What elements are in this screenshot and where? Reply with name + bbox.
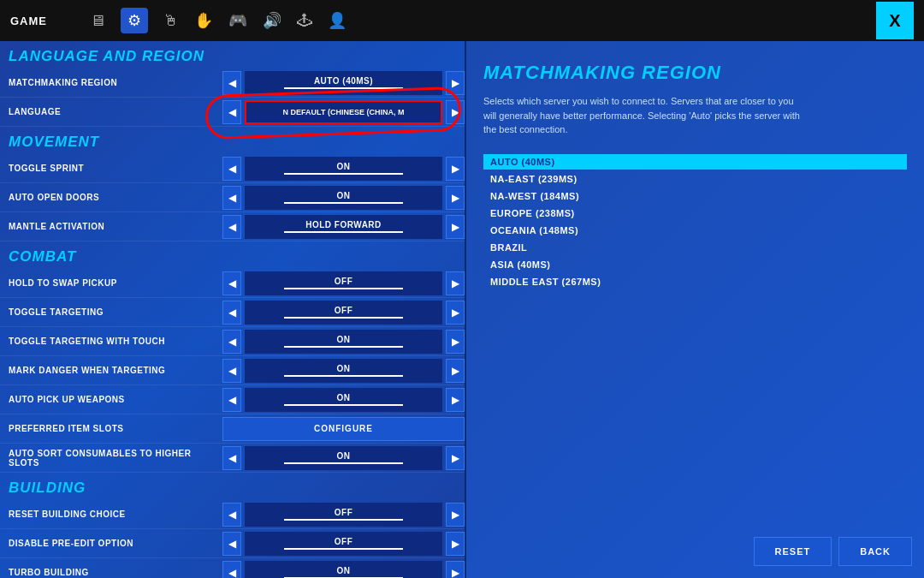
- back-button[interactable]: BACK: [838, 537, 912, 566]
- region-auto[interactable]: AUTO (40MS): [483, 154, 907, 170]
- value-bar-pickup: [284, 404, 403, 406]
- value-targeting: OFF: [245, 301, 442, 325]
- arrow-right-swap[interactable]: ▶: [446, 271, 465, 295]
- row-reset-building: RESET BUILDING CHOICE ◀ OFF ▶: [0, 500, 465, 529]
- arrow-left-sprint[interactable]: ◀: [222, 157, 241, 181]
- value-preedit: OFF: [245, 532, 442, 556]
- arrow-right-sprint[interactable]: ▶: [446, 157, 465, 181]
- region-brazil[interactable]: BRAZIL: [483, 240, 907, 255]
- arrow-right-mantle[interactable]: ▶: [446, 215, 465, 239]
- arrow-left-doors[interactable]: ◀: [222, 186, 241, 210]
- value-mantle: HOLD FORWARD: [245, 215, 442, 239]
- region-na-east[interactable]: NA-EAST (239MS): [483, 171, 907, 187]
- value-text-sort: ON: [337, 451, 351, 461]
- arrow-left-language[interactable]: ◀: [222, 100, 241, 124]
- control-preferred-slots: CONFIGURE: [222, 417, 465, 441]
- arrow-right-reset-building[interactable]: ▶: [446, 503, 465, 527]
- arrow-right-sort[interactable]: ▶: [446, 446, 465, 470]
- control-disable-preedit: ◀ OFF ▶: [222, 532, 465, 556]
- arrow-left-targeting[interactable]: ◀: [222, 301, 241, 325]
- value-text-sprint: ON: [337, 162, 351, 171]
- gear-icon[interactable]: ⚙: [121, 8, 148, 33]
- monitor-icon[interactable]: 🖥: [90, 12, 105, 30]
- label-preferred-slots: PREFERRED ITEM SLOTS: [0, 424, 222, 433]
- row-auto-sort: AUTO SORT CONSUMABLES TO HIGHER SLOTS ◀ …: [0, 444, 465, 473]
- value-bar-mantle: [284, 231, 403, 233]
- value-bar-sort: [284, 462, 403, 464]
- control-toggle-targeting-touch: ◀ ON ▶: [222, 330, 465, 354]
- label-language: LANGUAGE: [0, 107, 222, 116]
- region-oceania[interactable]: OCEANIA (148MS): [483, 223, 907, 238]
- value-bar-reset-building: [284, 519, 403, 521]
- value-bar-matchmaking: [284, 87, 403, 89]
- arrow-left-matchmaking[interactable]: ◀: [222, 71, 241, 95]
- configure-button[interactable]: CONFIGURE: [222, 417, 465, 441]
- arrow-right-targeting[interactable]: ▶: [446, 301, 465, 325]
- value-text-targeting-touch: ON: [337, 335, 351, 344]
- row-mantle-activation: MANTLE ACTIVATION ◀ HOLD FORWARD ▶: [0, 212, 465, 241]
- arrow-right-matchmaking[interactable]: ▶: [446, 71, 465, 95]
- control-toggle-sprint: ◀ ON ▶: [222, 157, 465, 181]
- arrow-left-reset-building[interactable]: ◀: [222, 503, 241, 527]
- value-pickup: ON: [245, 388, 442, 412]
- control-auto-pickup: ◀ ON ▶: [222, 388, 465, 412]
- section-movement: MOVEMENT: [0, 127, 465, 154]
- control-language: ◀ N DEFAULT (CHINESE (CHINA, M ▶: [222, 100, 465, 124]
- control-auto-open-doors: ◀ ON ▶: [222, 186, 465, 210]
- gamepad-icon[interactable]: 🎮: [228, 11, 247, 30]
- arrow-left-pickup[interactable]: ◀: [222, 388, 241, 412]
- value-bar-targeting-touch: [284, 346, 403, 348]
- row-mark-danger: MARK DANGER WHEN TARGETING ◀ ON ▶: [0, 356, 465, 385]
- region-na-west[interactable]: NA-WEST (184MS): [483, 188, 907, 204]
- value-text-pickup: ON: [337, 393, 351, 402]
- section-building: BUILDING: [0, 473, 465, 500]
- row-toggle-targeting-touch: TOGGLE TARGETING WITH TOUCH ◀ ON ▶: [0, 327, 465, 356]
- label-reset-building: RESET BUILDING CHOICE: [0, 509, 222, 519]
- control-toggle-targeting: ◀ OFF ▶: [222, 301, 465, 325]
- region-middle-east[interactable]: MIDDLE EAST (267MS): [483, 274, 907, 289]
- value-sort: ON: [245, 446, 442, 470]
- arrow-left-targeting-touch[interactable]: ◀: [222, 330, 241, 354]
- speaker-icon[interactable]: 🔊: [263, 11, 281, 30]
- arrow-left-mark-danger[interactable]: ◀: [222, 359, 241, 383]
- hand-icon[interactable]: ✋: [194, 11, 213, 30]
- close-button[interactable]: X: [876, 2, 914, 39]
- display-icon[interactable]: 🖱: [163, 12, 179, 30]
- arrow-right-language[interactable]: ▶: [446, 100, 465, 124]
- header-nav: 🖥 ⚙ 🖱 ✋ 🎮 🔊 🕹 👤: [90, 8, 859, 33]
- value-bar-doors: [284, 202, 403, 204]
- value-text-turbo: ON: [337, 566, 351, 575]
- control-mantle-activation: ◀ HOLD FORWARD ▶: [222, 215, 465, 239]
- label-auto-open-doors: AUTO OPEN DOORS: [0, 193, 222, 202]
- arrow-right-doors[interactable]: ▶: [446, 186, 465, 210]
- row-auto-open-doors: AUTO OPEN DOORS ◀ ON ▶: [0, 183, 465, 212]
- label-auto-pickup: AUTO PICK UP WEAPONS: [0, 395, 222, 404]
- person-icon[interactable]: 👤: [328, 11, 346, 30]
- value-text-doors: ON: [337, 191, 351, 200]
- control-reset-building: ◀ OFF ▶: [222, 503, 465, 527]
- arrow-right-mark-danger[interactable]: ▶: [446, 359, 465, 383]
- label-matchmaking-region: MATCHMAKING REGION: [0, 78, 222, 87]
- arrow-right-turbo[interactable]: ▶: [446, 561, 465, 579]
- value-turbo: ON: [245, 561, 442, 579]
- region-list: AUTO (40MS) NA-EAST (239MS) NA-WEST (184…: [483, 154, 907, 289]
- arrow-left-turbo[interactable]: ◀: [222, 561, 241, 579]
- value-swap: OFF: [245, 271, 442, 295]
- value-targeting-touch: ON: [245, 330, 442, 354]
- arrow-left-mantle[interactable]: ◀: [222, 215, 241, 239]
- header: GAME 🖥 ⚙ 🖱 ✋ 🎮 🔊 🕹 👤 X: [0, 0, 924, 41]
- region-europe[interactable]: EUROPE (238MS): [483, 206, 907, 221]
- arrow-left-preedit[interactable]: ◀: [222, 532, 241, 556]
- arrow-right-preedit[interactable]: ▶: [446, 532, 465, 556]
- row-auto-pickup: AUTO PICK UP WEAPONS ◀ ON ▶: [0, 385, 465, 414]
- reset-button[interactable]: RESET: [754, 537, 832, 566]
- control-turbo-building: ◀ ON ▶: [222, 561, 465, 579]
- arrow-right-targeting-touch[interactable]: ▶: [446, 330, 465, 354]
- controller-icon[interactable]: 🕹: [297, 12, 312, 30]
- region-asia[interactable]: ASIA (40MS): [483, 257, 907, 272]
- arrow-right-pickup[interactable]: ▶: [446, 388, 465, 412]
- section-combat: COMBAT: [0, 241, 465, 269]
- arrow-left-swap[interactable]: ◀: [222, 271, 241, 295]
- arrow-left-sort[interactable]: ◀: [222, 446, 241, 470]
- main-content: LANGUAGE AND REGION MATCHMAKING REGION ◀…: [0, 41, 924, 578]
